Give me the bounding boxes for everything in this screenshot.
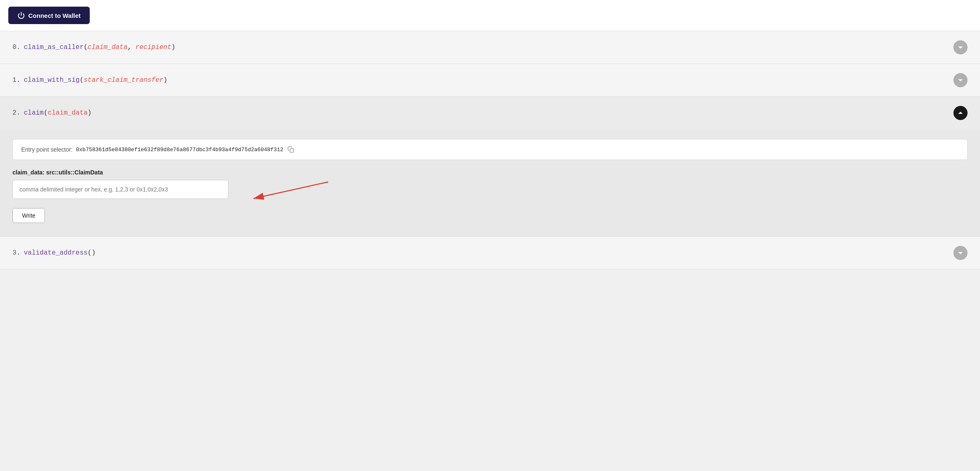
function-item-0: 0.claim_as_caller(claim_data, recipient) <box>0 31 980 64</box>
connect-wallet-button[interactable]: Connect to Wallet <box>8 7 90 24</box>
function-item-3: 3.validate_address() <box>0 237 980 270</box>
fn-index-2: 2. <box>12 109 20 117</box>
function-signature-0: 0.claim_as_caller(claim_data, recipient) <box>12 44 175 51</box>
function-item-1: 1.claim_with_sig(stark_claim_transfer) <box>0 64 980 97</box>
function-signature-2: 2.claim(claim_data) <box>12 109 91 117</box>
expand-button-0[interactable] <box>953 40 968 54</box>
function-header-1[interactable]: 1.claim_with_sig(stark_claim_transfer) <box>0 64 980 96</box>
collapse-button-2[interactable] <box>953 106 968 120</box>
function-header-3[interactable]: 3.validate_address() <box>0 237 980 269</box>
fn-name-1: claim_with_sig <box>24 76 79 84</box>
power-icon <box>17 12 25 19</box>
function-header-2[interactable]: 2.claim(claim_data) <box>0 97 980 129</box>
function-header-0[interactable]: 0.claim_as_caller(claim_data, recipient) <box>0 31 980 64</box>
svg-rect-1 <box>290 149 294 152</box>
connect-wallet-label: Connect to Wallet <box>28 12 81 19</box>
fn-param-0-1: recipient <box>135 44 171 51</box>
input-row <box>12 180 968 199</box>
svg-line-3 <box>253 182 328 199</box>
write-button[interactable]: Write <box>12 208 45 223</box>
function-signature-1: 1.claim_with_sig(stark_claim_transfer) <box>12 76 167 84</box>
entry-point-box: Entry point selector: 0xb758361d5e84380e… <box>12 139 968 160</box>
entry-point-value: 0xb758361d5e84380ef1e632f89d8e76a8677dbc… <box>76 147 283 153</box>
param-label-claim-data: claim_data: src::utils::ClaimData <box>12 169 968 176</box>
fn-index-1: 1. <box>12 76 20 84</box>
entry-point-label: Entry point selector: <box>21 146 73 153</box>
fn-param-1-0: stark_claim_transfer <box>84 76 163 84</box>
fn-index-0: 0. <box>12 44 20 51</box>
fn-name-3: validate_address <box>24 249 88 257</box>
fn-param-0-0: claim_data <box>88 44 128 51</box>
fn-param-2-0: claim_data <box>48 109 88 117</box>
fn-index-3: 3. <box>12 249 20 257</box>
function-item-2: 2.claim(claim_data) Entry point selector… <box>0 97 980 237</box>
expand-button-3[interactable] <box>953 246 968 260</box>
fn-name-0: claim_as_caller <box>24 44 84 51</box>
arrow-annotation <box>228 176 336 209</box>
main-content: 0.claim_as_caller(claim_data, recipient)… <box>0 31 980 270</box>
claim-data-input[interactable] <box>12 180 228 199</box>
function-expanded-body-2: Entry point selector: 0xb758361d5e84380e… <box>0 129 980 236</box>
top-bar: Connect to Wallet <box>0 0 980 31</box>
fn-name-2: claim <box>24 109 44 117</box>
expand-button-1[interactable] <box>953 73 968 87</box>
copy-entry-point-button[interactable] <box>287 145 295 154</box>
function-signature-3: 3.validate_address() <box>12 249 96 257</box>
